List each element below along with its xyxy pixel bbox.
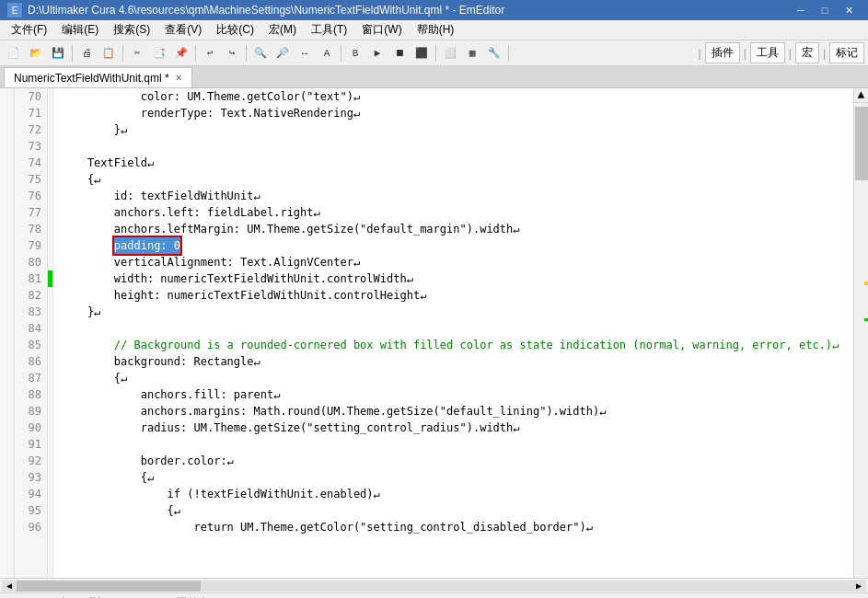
btn-f[interactable]: ⬜: [440, 43, 460, 63]
code-line[interactable]: id: textFieldWithUnit↵: [53, 188, 853, 204]
line-number: 77: [15, 204, 47, 221]
sep5: [341, 45, 341, 62]
line-marker: [48, 370, 52, 386]
open-button[interactable]: 📂: [26, 43, 46, 63]
print-button[interactable]: 🖨: [76, 43, 97, 63]
code-line[interactable]: background: Rectangle↵: [53, 353, 853, 370]
replace-button[interactable]: ↔: [295, 43, 315, 63]
line-number: 75: [15, 171, 47, 188]
line-number: 73: [15, 138, 47, 155]
save-button[interactable]: 💾: [48, 43, 68, 63]
code-line[interactable]: height: numericTextFieldWithUnit.control…: [53, 287, 853, 304]
line-number: 81: [15, 270, 47, 287]
line-marker: [48, 519, 52, 535]
scroll-thumb[interactable]: [855, 107, 868, 180]
code-line[interactable]: {↵: [53, 171, 853, 188]
code-line[interactable]: }↵: [53, 121, 853, 138]
tools-label[interactable]: 工具: [750, 42, 785, 63]
line-marker: [48, 486, 52, 502]
menu-bar: 文件(F) 编辑(E) 搜索(S) 查看(V) 比较(C) 宏(M) 工具(T)…: [0, 20, 868, 40]
menu-help[interactable]: 帮助(H): [410, 20, 462, 40]
tab-close-button[interactable]: ✕: [175, 73, 182, 83]
redo-button[interactable]: ↪: [222, 43, 242, 63]
code-line[interactable]: verticalAlignment: Text.AlignVCenter↵: [53, 254, 853, 270]
scroll-right-button[interactable]: ▶: [851, 581, 866, 592]
mark-label[interactable]: 标记: [829, 42, 864, 63]
code-line[interactable]: if (!textFieldWithUnit.enabled)↵: [53, 486, 853, 502]
code-line[interactable]: return UM.Theme.getColor("setting_contro…: [53, 519, 853, 535]
code-line[interactable]: TextField↵: [53, 155, 853, 171]
code-line[interactable]: anchors.left: fieldLabel.right↵: [53, 204, 853, 221]
menu-search[interactable]: 搜索(S): [106, 20, 157, 40]
scroll-up-button[interactable]: ▲: [854, 88, 868, 103]
menu-window[interactable]: 窗口(W): [354, 20, 409, 40]
h-scroll-track[interactable]: [17, 581, 851, 592]
line-marker: [48, 138, 52, 155]
menu-tools[interactable]: 工具(T): [304, 20, 354, 40]
code-line[interactable]: {↵: [53, 502, 853, 519]
line-marker: [48, 237, 52, 254]
find-button[interactable]: 🔍: [250, 43, 271, 63]
status-bar: Text | 行 80,列 1 | UTF-8 无签名: [0, 592, 868, 598]
vertical-scrollbar[interactable]: ▲: [853, 88, 868, 578]
code-line[interactable]: radius: UM.Theme.getSize("setting_contro…: [53, 420, 853, 436]
button2[interactable]: 📋: [98, 43, 119, 63]
menu-compare[interactable]: 比较(C): [209, 20, 261, 40]
code-line[interactable]: color: UM.Theme.getColor("text")↵: [53, 88, 853, 105]
line-number: 79: [15, 237, 47, 254]
sep2: [122, 45, 123, 62]
copy-button[interactable]: 📑: [149, 43, 169, 63]
line-marker: [48, 121, 52, 138]
code-line[interactable]: [53, 138, 853, 155]
tab-file[interactable]: NumericTextFieldWithUnit.qml * ✕: [4, 67, 192, 87]
new-button[interactable]: 📄: [4, 43, 24, 63]
btn-h[interactable]: 🔧: [484, 43, 504, 63]
code-line[interactable]: width: numericTextFieldWithUnit.controlW…: [53, 270, 853, 287]
macro-label[interactable]: 宏: [795, 42, 819, 63]
code-line[interactable]: anchors.margins: Math.round(UM.Theme.get…: [53, 403, 853, 420]
window-title: D:\Ultimaker Cura 4.6\resources\qml\Mach…: [28, 4, 504, 17]
code-line[interactable]: // Background is a rounded-cornered box …: [53, 337, 853, 353]
menu-view[interactable]: 查看(V): [157, 20, 209, 40]
menu-macro[interactable]: 宏(M): [261, 20, 304, 40]
code-line[interactable]: padding: 0: [53, 237, 853, 254]
code-area[interactable]: color: UM.Theme.getColor("text")↵ render…: [53, 88, 853, 578]
line-marker: [48, 270, 52, 287]
line-marker: [48, 105, 52, 121]
line-number: 86: [15, 353, 47, 370]
code-line[interactable]: [53, 436, 853, 453]
sep7: [508, 45, 509, 62]
h-scroll-thumb[interactable]: [17, 581, 201, 592]
code-line[interactable]: anchors.fill: parent↵: [53, 386, 853, 403]
line-marker: [48, 453, 52, 469]
btn-c[interactable]: ▶: [367, 43, 388, 63]
scroll-left-button[interactable]: ◀: [2, 581, 17, 592]
code-line[interactable]: renderType: Text.NativeRendering↵: [53, 105, 853, 121]
code-line[interactable]: [53, 320, 853, 337]
line-marker: [48, 221, 52, 237]
btn-a[interactable]: A: [317, 43, 337, 63]
maximize-button[interactable]: □: [813, 0, 837, 20]
btn-e[interactable]: ⬛: [411, 43, 432, 63]
menu-edit[interactable]: 编辑(E): [54, 20, 106, 40]
plugins-label[interactable]: 插件: [705, 42, 740, 63]
line-number: 96: [15, 519, 47, 535]
line-marker: [48, 386, 52, 403]
code-line[interactable]: anchors.leftMargin: UM.Theme.getSize("de…: [53, 221, 853, 237]
code-line[interactable]: }↵: [53, 304, 853, 320]
close-button[interactable]: ✕: [837, 0, 861, 20]
line-number: 82: [15, 287, 47, 304]
btn-d[interactable]: ⏹: [389, 43, 410, 63]
btn-b[interactable]: B: [345, 43, 365, 63]
minimize-button[interactable]: ─: [789, 0, 813, 20]
code-line[interactable]: border.color:↵: [53, 453, 853, 469]
code-line[interactable]: {↵: [53, 469, 853, 486]
cut-button[interactable]: ✂: [127, 43, 147, 63]
code-line[interactable]: {↵: [53, 370, 853, 386]
btn-g[interactable]: ▦: [462, 43, 482, 63]
findnext-button[interactable]: 🔎: [272, 43, 293, 63]
menu-file[interactable]: 文件(F): [4, 20, 54, 40]
undo-button[interactable]: ↩: [200, 43, 220, 63]
paste-button[interactable]: 📌: [171, 43, 191, 63]
horizontal-scrollbar[interactable]: ◀ ▶: [0, 578, 868, 592]
